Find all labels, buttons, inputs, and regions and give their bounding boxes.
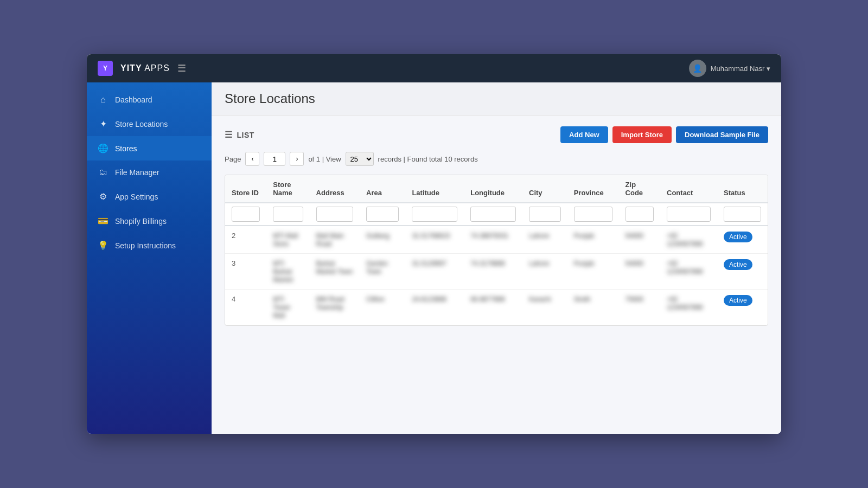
cell-store-name: MTI Tower Mall <box>266 290 309 325</box>
filter-zip-code[interactable] <box>626 207 654 222</box>
cell-store-name: MTI Mall Store <box>266 226 309 254</box>
filter-status[interactable] <box>724 207 761 222</box>
hamburger-icon[interactable]: ☰ <box>177 62 186 74</box>
col-longitude: Longitude <box>464 175 522 203</box>
cell-status: Active <box>717 226 768 254</box>
list-header: ☰ LIST Add New Import Store Download Sam… <box>225 126 768 143</box>
nav-right: 👤 Muhammad Nasr ▾ <box>689 60 770 77</box>
col-latitude: Latitude <box>405 175 464 203</box>
view-select[interactable]: 25 50 100 <box>346 152 374 166</box>
bulb-icon: 💡 <box>98 240 108 251</box>
cell-address: MM Road Township <box>310 290 360 325</box>
cell-longitude: 66.9877888 <box>464 290 522 325</box>
sidebar-item-shopify-billings[interactable]: 💳 Shopify Billings <box>87 209 212 233</box>
cell-zip-code: 54000 <box>619 254 660 290</box>
col-city: City <box>522 175 567 203</box>
import-store-button[interactable]: Import Store <box>612 126 672 143</box>
cell-latitude: 24.8123888 <box>405 290 464 325</box>
cell-province: Punjab <box>567 254 619 290</box>
col-zip-code: Zip Code <box>619 175 660 203</box>
page-number-input[interactable] <box>264 152 285 166</box>
page-title: Store Locations <box>225 91 768 106</box>
cell-status: Active <box>717 290 768 325</box>
cell-address: Mall Main Road <box>310 226 360 254</box>
sidebar-item-label: Setup Instructions <box>115 241 176 250</box>
table-row: 3 MTI Barkat Market Barkat Market Town G… <box>225 254 768 290</box>
filter-latitude[interactable] <box>412 207 457 222</box>
list-label: ☰ LIST <box>225 130 254 140</box>
store-locations-icon: ✦ <box>98 119 108 129</box>
cell-area: Garden Town <box>360 254 405 290</box>
cell-city: Karachi <box>522 290 567 325</box>
gear-icon: ⚙ <box>98 191 108 202</box>
filter-city[interactable] <box>529 207 561 222</box>
sidebar-item-app-settings[interactable]: ⚙ App Settings <box>87 184 212 209</box>
col-store-name: Store Name <box>266 175 309 203</box>
cell-zip-code: 54000 <box>619 226 660 254</box>
download-sample-button[interactable]: Download Sample File <box>676 126 768 143</box>
sidebar-item-store-locations[interactable]: ✦ Store Locations <box>87 112 212 136</box>
cell-longitude: 74.38870031 <box>464 226 522 254</box>
sidebar-item-label: Store Locations <box>115 120 168 129</box>
page-header: Store Locations <box>212 82 781 115</box>
sidebar-item-label: Shopify Billings <box>115 217 167 226</box>
filter-address[interactable] <box>316 207 353 222</box>
top-navbar: Y YITY APPS ☰ 👤 Muhammad Nasr ▾ <box>87 54 781 82</box>
content-body: ☰ LIST Add New Import Store Download Sam… <box>212 115 781 337</box>
filter-longitude[interactable] <box>470 207 516 222</box>
cell-city: Lahore <box>522 254 567 290</box>
pagination-bar: Page ‹ › of 1 | View 25 50 100 records |… <box>225 152 768 166</box>
list-icon: ☰ <box>225 130 233 140</box>
filter-store-id[interactable] <box>232 207 260 222</box>
table-header-row: Store ID Store Name Address Area Latitud… <box>225 175 768 203</box>
cell-area: Clifton <box>360 290 405 325</box>
sidebar-item-label: Stores <box>115 144 137 153</box>
cell-zip-code: 75600 <box>619 290 660 325</box>
prev-page-button[interactable]: ‹ <box>245 152 259 166</box>
col-store-id: Store ID <box>225 175 266 203</box>
filter-province[interactable] <box>574 207 612 222</box>
sidebar-item-setup-instructions[interactable]: 💡 Setup Instructions <box>87 233 212 258</box>
col-area: Area <box>360 175 405 203</box>
filter-area[interactable] <box>366 207 399 222</box>
action-buttons: Add New Import Store Download Sample Fil… <box>560 126 768 143</box>
cell-province: Punjab <box>567 226 619 254</box>
folder-icon: 🗂 <box>98 168 108 177</box>
cell-contact: +92 1234567890 <box>660 290 717 325</box>
main-content: Store Locations ☰ LIST Add New Import St… <box>212 82 781 434</box>
col-address: Address <box>310 175 360 203</box>
card-icon: 💳 <box>98 216 108 226</box>
col-contact: Contact <box>660 175 717 203</box>
filter-row <box>225 203 768 226</box>
filter-contact[interactable] <box>667 207 711 222</box>
sidebar-item-file-manager[interactable]: 🗂 File Manager <box>87 160 212 184</box>
cell-area: Gulberg <box>360 226 405 254</box>
cell-status: Active <box>717 254 768 290</box>
sidebar: ⌂ Dashboard ✦ Store Locations 🌐 Stores 🗂… <box>87 82 212 434</box>
next-page-button[interactable]: › <box>290 152 304 166</box>
cell-province: Sindh <box>567 290 619 325</box>
cell-latitude: 31.51768623 <box>405 226 464 254</box>
page-label: Page <box>225 155 241 163</box>
cell-longitude: 74.3179888 <box>464 254 522 290</box>
home-icon: ⌂ <box>98 95 108 105</box>
table-row: 2 MTI Mall Store Mall Main Road Gulberg … <box>225 226 768 254</box>
logo-text: YITY APPS <box>120 63 170 73</box>
cell-id: 4 <box>225 290 266 325</box>
cell-latitude: 31.5129997 <box>405 254 464 290</box>
data-table: Store ID Store Name Address Area Latitud… <box>225 175 768 326</box>
cell-id: 3 <box>225 254 266 290</box>
add-new-button[interactable]: Add New <box>560 126 608 143</box>
total-pages-label: of 1 | View <box>308 155 341 163</box>
filter-store-name[interactable] <box>273 207 303 222</box>
col-province: Province <box>567 175 619 203</box>
sidebar-item-dashboard[interactable]: ⌂ Dashboard <box>87 88 212 112</box>
cell-address: Barkat Market Town <box>310 254 360 290</box>
sidebar-item-label: Dashboard <box>115 95 152 104</box>
cell-contact: +92 1234567890 <box>660 254 717 290</box>
nav-left: Y YITY APPS ☰ <box>98 61 186 76</box>
sidebar-item-stores[interactable]: 🌐 Stores <box>87 136 212 160</box>
avatar: 👤 <box>689 60 706 77</box>
globe-icon: 🌐 <box>98 143 108 153</box>
user-name: Muhammad Nasr ▾ <box>711 65 770 73</box>
